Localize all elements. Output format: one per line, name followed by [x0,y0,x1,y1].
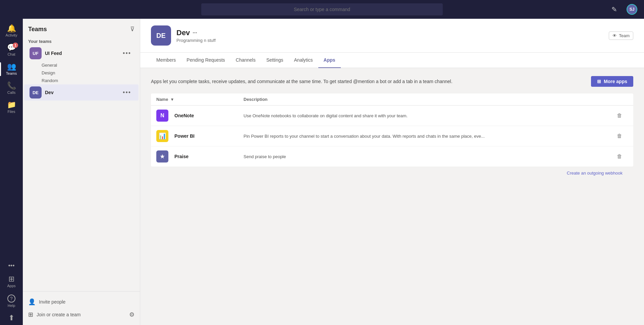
name-column-header: Name ▼ [156,97,244,102]
join-create-footer: ⊞ Join or create a team ⚙ [28,308,135,321]
onenote-icon: N [156,110,168,122]
teams-icon: 👥 [7,63,16,70]
app-row-powerbi: 📊 Power BI Pin Power BI reports to your … [151,126,633,146]
team-avatar-ui-feed: UF [30,47,42,59]
main-layout: 🔔 Activity 1 💬 Chat 👥 Teams 📞 Calls 📁 Fi… [0,19,644,325]
your-teams-label: Your teams [23,36,140,45]
topbar: ✎ SJ [0,0,644,19]
teams-label: Teams [6,71,17,75]
team-item-ui-feed[interactable]: UF UI Feed ••• [24,45,139,61]
team-header-name: Dev ··· [176,28,216,37]
powerbi-name-cell: 📊 Power BI [156,130,244,142]
apps-content: Apps let you complete tasks, receive upd… [140,68,644,325]
store-icon: ⬆ [8,314,14,322]
sidebar-item-more[interactable]: ••• [0,259,23,272]
invite-people-button[interactable]: 👤 Invite people [28,296,65,308]
team-description: Programming n stuff [176,38,216,43]
tab-channels[interactable]: Channels [230,53,261,68]
webhook-footer[interactable]: Create an outgoing webhook [151,167,633,180]
sidebar-item-teams[interactable]: 👥 Teams [0,60,23,79]
channel-general[interactable]: General [42,61,140,69]
apps-table-header: Name ▼ Description [151,93,633,106]
more-apps-label: More apps [604,79,627,84]
compose-icon[interactable]: ✎ [611,5,617,13]
activity-icon: 🔔 [7,25,16,32]
sidebar-bottom-footer: 👤 Invite people [28,296,135,308]
action-column-header [611,97,628,102]
channel-list-ui-feed: General Design Random [23,61,140,84]
invite-label: Invite people [39,299,65,305]
avatar[interactable]: SJ [627,4,637,15]
tabs-bar: Members Pending Requests Channels Settin… [140,53,644,68]
praise-delete-button[interactable]: 🗑 [611,153,628,159]
calls-label: Calls [7,90,15,94]
powerbi-desc: Pin Power BI reports to your channel to … [244,134,611,139]
powerbi-icon: 📊 [156,130,168,142]
files-icon: 📁 [7,101,16,109]
join-create-label: Join or create a team [37,312,81,317]
praise-name: Praise [174,154,189,159]
help-icon: ? [7,295,15,303]
sidebar-item-store[interactable]: ⬆ [0,311,23,325]
tab-members[interactable]: Members [151,53,181,68]
chat-badge: 1 [13,43,18,48]
apps-label: Apps [7,284,15,288]
team-name-ui-feed: UI Feed [45,51,121,56]
powerbi-name: Power BI [174,133,195,139]
app-row-onenote: N OneNote Use OneNote notebooks to colla… [151,106,633,126]
tab-analytics[interactable]: Analytics [289,53,318,68]
praise-name-cell: ★ Praise [156,150,244,162]
help-label: Help [8,304,15,308]
onenote-desc: Use OneNote notebooks to collaborate on … [244,113,611,118]
search-input[interactable] [201,3,443,15]
team-options-icon[interactable]: ··· [193,30,197,36]
main-content: DE Dev ··· Programming n stuff 👁 Team Me… [140,19,644,325]
chat-label: Chat [7,52,15,56]
team-item-dev[interactable]: DE Dev ••• [24,84,139,101]
invite-icon: 👤 [28,298,36,306]
tab-pending-requests[interactable]: Pending Requests [181,53,230,68]
onenote-name-cell: N OneNote [156,110,244,122]
channel-random[interactable]: Random [42,77,140,84]
team-more-dev[interactable]: ••• [121,88,133,97]
sidebar-title: Teams [28,26,47,33]
sort-icon[interactable]: ▼ [170,97,174,102]
team-badge[interactable]: 👁 Team [609,31,633,40]
team-header: DE Dev ··· Programming n stuff 👁 Team [140,19,644,53]
team-more-ui-feed[interactable]: ••• [121,49,133,58]
team-badge-icon: 👁 [612,33,617,38]
sidebar-item-apps[interactable]: ⊞ Apps [0,272,23,291]
settings-icon[interactable]: ⚙ [129,311,135,318]
sidebar: Teams ⊽ Your teams UF UI Feed ••• Genera… [23,19,140,325]
webhook-link[interactable]: Create an outgoing webhook [567,171,623,176]
sidebar-header: Teams ⊽ [23,19,140,36]
activity-label: Activity [6,33,17,37]
team-header-info: Dev ··· Programming n stuff [176,28,216,43]
team-badge-label: Team [619,33,630,38]
apps-description-text: Apps let you complete tasks, receive upd… [151,79,452,84]
tab-settings[interactable]: Settings [261,53,289,68]
onenote-name: OneNote [174,113,194,118]
onenote-delete-button[interactable]: 🗑 [611,113,628,119]
more-icon: ••• [8,263,15,269]
apps-icon: ⊞ [8,275,14,283]
sidebar-item-help[interactable]: ? Help [0,291,23,311]
more-apps-button[interactable]: ⊞ More apps [591,76,633,87]
sidebar-item-chat[interactable]: 1 💬 Chat [0,41,23,60]
channel-design[interactable]: Design [42,69,140,77]
files-label: Files [7,110,15,114]
join-create-button[interactable]: ⊞ Join or create a team [28,308,81,321]
team-header-avatar: DE [151,25,171,46]
apps-description: Apps let you complete tasks, receive upd… [151,76,633,87]
desc-column-header: Description [244,97,611,102]
sidebar-item-calls[interactable]: 📞 Calls [0,79,23,98]
sidebar-item-files[interactable]: 📁 Files [0,98,23,117]
sidebar-item-activity[interactable]: 🔔 Activity [0,21,23,41]
tab-apps[interactable]: Apps [318,53,341,68]
team-name-dev: Dev [45,90,121,95]
filter-icon[interactable]: ⊽ [130,25,135,33]
more-apps-icon: ⊞ [597,79,601,84]
powerbi-delete-button[interactable]: 🗑 [611,133,628,139]
team-header-left: DE Dev ··· Programming n stuff [151,25,216,46]
praise-desc: Send praise to people [244,154,611,159]
